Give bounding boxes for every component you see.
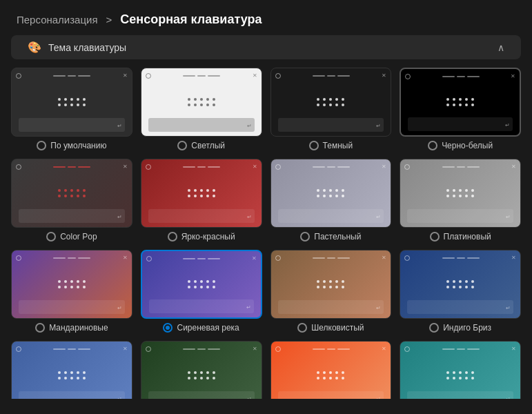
preview-dot xyxy=(465,286,468,288)
preview-dot xyxy=(446,98,449,101)
preview-dot xyxy=(465,280,468,283)
preview-close-icon: ✕ xyxy=(382,72,386,79)
radio-button-pastel[interactable] xyxy=(300,232,310,241)
theme-label-vivid-red[interactable]: Ярко-красный xyxy=(168,232,235,241)
preview-line xyxy=(78,75,90,77)
theme-label-pastel[interactable]: Пастельный xyxy=(300,232,361,241)
theme-preview-green[interactable]: ✕ xyxy=(141,341,262,399)
theme-preview-default[interactable]: ✕ xyxy=(11,68,132,137)
theme-item-indigo[interactable]: ✕ xyxy=(400,250,521,333)
theme-item-mandarin[interactable]: ✕ xyxy=(11,250,132,333)
breadcrumb-parent[interactable]: Персонализация xyxy=(17,14,98,26)
theme-preview-lilac[interactable]: ✕ xyxy=(141,250,262,319)
theme-label-light[interactable]: Светлый xyxy=(177,141,225,150)
preview-dot xyxy=(459,98,462,101)
preview-gear-icon xyxy=(404,164,410,170)
preview-gear-icon xyxy=(146,164,151,170)
preview-dot xyxy=(58,377,61,379)
preview-dot xyxy=(188,377,190,379)
theme-preview-rose-blue[interactable]: ✕ xyxy=(11,341,132,399)
radio-button-default[interactable] xyxy=(37,141,46,150)
theme-preview-silky[interactable]: ✕ xyxy=(270,250,392,319)
preview-dot xyxy=(459,371,462,374)
preview-dot xyxy=(64,377,67,379)
theme-item-lilac[interactable]: ✕ xyxy=(141,250,262,333)
radio-button-vivid-red[interactable] xyxy=(168,232,177,241)
theme-preview-blue-green[interactable]: ✕ xyxy=(400,341,521,399)
preview-dot xyxy=(329,98,332,101)
preview-dot xyxy=(453,98,455,101)
preview-enter-icon: ↵ xyxy=(376,396,381,399)
theme-preview-rose-orange[interactable]: ✕ xyxy=(270,341,392,399)
preview-dot xyxy=(335,103,338,106)
theme-preview-platinum[interactable]: ✕ xyxy=(400,159,521,228)
preview-line xyxy=(327,257,335,259)
preview-line xyxy=(442,166,455,168)
theme-label-lilac[interactable]: Сиреневая река xyxy=(163,323,239,333)
theme-item-dark[interactable]: ✕ xyxy=(270,68,392,150)
theme-preview-bw[interactable]: ✕ xyxy=(400,68,521,137)
theme-item-rose-blue[interactable]: ✕ xyxy=(11,341,132,399)
radio-button-dark[interactable] xyxy=(309,141,319,150)
preview-close-icon: ✕ xyxy=(382,346,386,352)
theme-item-blue-green[interactable]: ✕ xyxy=(400,341,521,399)
preview-keyboard xyxy=(278,300,384,314)
keyboard-theme-section[interactable]: 🎨 Тема клавиатуры ∧ xyxy=(11,35,521,59)
theme-label-platinum[interactable]: Платиновый xyxy=(430,232,491,241)
theme-preview-mandarin[interactable]: ✕ xyxy=(11,250,132,319)
preview-dot xyxy=(70,195,73,197)
preview-dot xyxy=(323,371,326,374)
theme-item-colorpop[interactable]: ✕ xyxy=(11,159,132,241)
radio-button-lilac[interactable] xyxy=(163,323,173,333)
preview-dots xyxy=(188,189,215,197)
preview-dot xyxy=(446,189,449,192)
theme-item-pastel[interactable]: ✕ xyxy=(270,159,392,241)
preview-enter-icon: ↵ xyxy=(376,123,381,129)
page-header: Персонализация > Сенсорная клавиатура xyxy=(0,0,532,35)
theme-label-colorpop[interactable]: Color Pop xyxy=(46,232,97,241)
preview-line xyxy=(183,75,195,77)
theme-preview-light[interactable]: ✕ xyxy=(141,68,262,137)
preview-dot xyxy=(465,371,468,374)
theme-item-silky[interactable]: ✕ xyxy=(270,250,392,333)
radio-button-bw[interactable] xyxy=(428,141,437,150)
preview-dot xyxy=(83,98,86,101)
preview-dot xyxy=(206,103,209,106)
theme-preview-dark[interactable]: ✕ xyxy=(270,68,392,137)
radio-button-light[interactable] xyxy=(177,141,187,150)
preview-line xyxy=(183,166,195,168)
theme-item-green[interactable]: ✕ xyxy=(141,341,262,399)
preview-lines xyxy=(442,166,480,168)
theme-label-indigo[interactable]: Индиго Бриз xyxy=(429,323,491,333)
preview-keyboard xyxy=(407,391,513,399)
theme-label-default[interactable]: По умолчанию xyxy=(37,141,106,150)
theme-label-bw[interactable]: Черно-белый xyxy=(428,141,493,150)
theme-item-bw[interactable]: ✕ xyxy=(400,68,521,150)
radio-button-silky[interactable] xyxy=(297,323,307,333)
theme-item-platinum[interactable]: ✕ xyxy=(400,159,521,241)
preview-dot xyxy=(453,189,455,192)
preview-dot xyxy=(188,98,190,101)
theme-preview-vivid-red[interactable]: ✕ xyxy=(141,159,262,228)
preview-dot xyxy=(213,195,215,197)
preview-line xyxy=(457,166,465,168)
radio-button-indigo[interactable] xyxy=(429,323,439,333)
theme-label-dark[interactable]: Темный xyxy=(309,141,353,150)
radio-button-platinum[interactable] xyxy=(430,232,440,241)
theme-preview-pastel[interactable]: ✕ xyxy=(270,159,392,228)
theme-label-mandarin[interactable]: Мандариновые xyxy=(35,323,108,333)
preview-keyboard xyxy=(148,118,255,132)
preview-line xyxy=(467,166,480,168)
theme-item-vivid-red[interactable]: ✕ xyxy=(141,159,262,241)
preview-line xyxy=(53,257,66,259)
radio-button-mandarin[interactable] xyxy=(35,323,45,333)
preview-dot xyxy=(83,189,86,192)
theme-item-rose-orange[interactable]: ✕ xyxy=(270,341,392,399)
theme-label-silky[interactable]: Шелковистый xyxy=(297,323,364,333)
theme-item-default[interactable]: ✕ xyxy=(11,68,132,150)
theme-preview-indigo[interactable]: ✕ xyxy=(400,250,521,319)
theme-item-light[interactable]: ✕ xyxy=(141,68,262,150)
radio-button-colorpop[interactable] xyxy=(46,232,56,241)
preview-dot xyxy=(453,286,455,288)
theme-preview-colorpop[interactable]: ✕ xyxy=(11,159,132,228)
